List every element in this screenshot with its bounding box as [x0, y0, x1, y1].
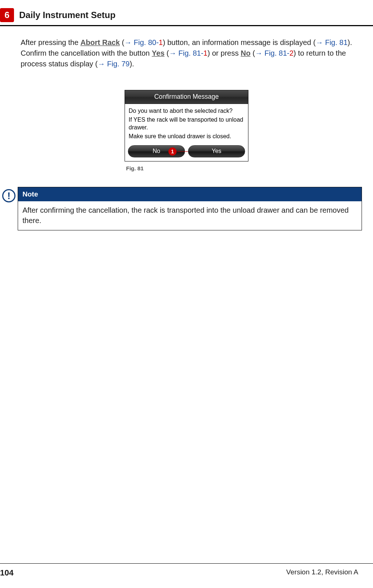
body-text: ( [120, 38, 124, 46]
fig-ref: → Fig. 80- [124, 38, 158, 46]
note-box: Note After confirming the cancellation, … [18, 187, 362, 230]
footer-rule [0, 563, 373, 564]
dialog-screenshot: Confirmation Message Do you want to abor… [125, 90, 248, 171]
figure-caption: Fig. 81 [125, 165, 248, 171]
dialog-line: If YES the rack will be transported to u… [129, 116, 244, 132]
body-text: After pressing the [21, 38, 80, 46]
fig-ref: → Fig. 81- [255, 49, 289, 57]
note-header: Note [18, 187, 362, 201]
no-button-label: No [153, 148, 160, 154]
header-rule [0, 25, 373, 26]
fig-ref-num: 1 [159, 38, 163, 46]
body-paragraph: After pressing the Abort Rack (→ Fig. 80… [21, 37, 355, 69]
callout-1: 1 [168, 147, 177, 156]
yes-button[interactable]: 1 Yes [188, 145, 245, 157]
confirmation-dialog: Confirmation Message Do you want to abor… [125, 90, 248, 161]
dialog-line: Make sure the unload drawer is closed. [129, 132, 244, 140]
fig-ref-num: 2 [289, 49, 293, 57]
yes-label: Yes [152, 49, 164, 57]
dialog-body: Do you want to abort the selected rack? … [125, 104, 248, 143]
header-row: 6 Daily Instrument Setup [0, 0, 373, 22]
body-text: ) button, an information message is disp… [163, 38, 316, 46]
body-text: ) or press [208, 49, 241, 57]
note-body: After confirming the cancellation, the r… [18, 201, 362, 230]
chapter-number-badge: 6 [0, 8, 14, 22]
dialog-buttons: No 2 1 Yes [125, 143, 248, 161]
fig-ref: → Fig. 81 [316, 38, 348, 46]
footer: 104 Version 1.2, Revision A [0, 568, 373, 578]
body-text: ). [130, 60, 134, 68]
chapter-title: Daily Instrument Setup [19, 10, 115, 20]
body-text: ( [251, 49, 255, 57]
no-label: No [241, 49, 251, 57]
yes-button-label: Yes [212, 148, 221, 154]
fig-ref: → Fig. 81- [169, 49, 203, 57]
note-block: ! Note After confirming the cancellation… [11, 187, 362, 230]
dialog-title: Confirmation Message [125, 90, 248, 104]
body-text: ( [164, 49, 169, 57]
fig-ref: → Fig. 79 [98, 60, 130, 68]
abort-rack-label: Abort Rack [80, 38, 120, 46]
page-number: 104 [0, 568, 14, 578]
callout-line [177, 151, 187, 152]
note-icon: ! [2, 189, 15, 202]
dialog-line: Do you want to abort the selected rack? [129, 107, 244, 115]
fig-ref-num: 1 [203, 49, 208, 57]
version-label: Version 1.2, Revision A [286, 568, 358, 578]
